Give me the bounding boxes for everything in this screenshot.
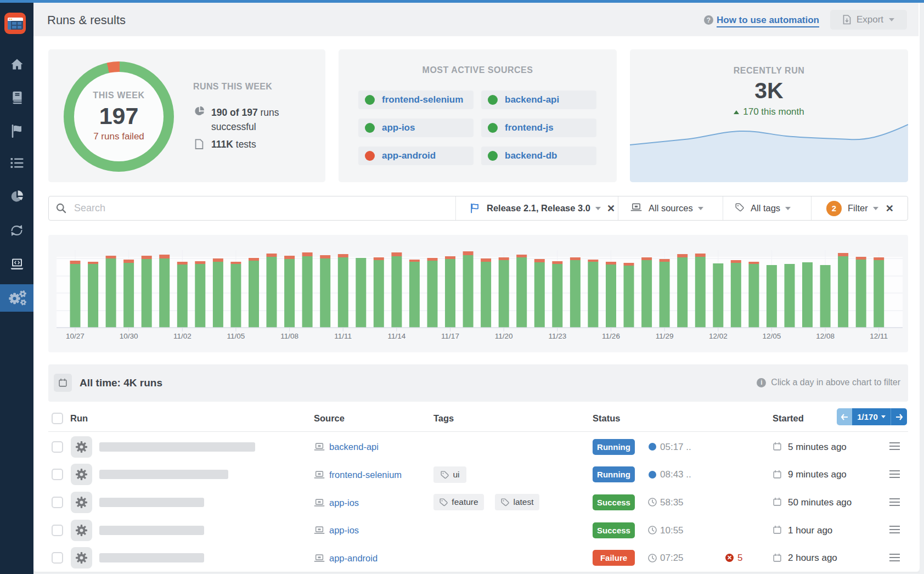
svg-text:11/11: 11/11 [334,332,352,340]
svg-text:11/29: 11/29 [656,332,674,340]
svg-text:12/11: 12/11 [870,332,888,340]
svg-text:10/27: 10/27 [66,332,84,340]
svg-text:12/05: 12/05 [763,332,781,340]
svg-text:11/23: 11/23 [548,332,566,340]
svg-text:11/08: 11/08 [280,332,298,340]
svg-text:11/26: 11/26 [602,332,620,340]
svg-text:11/20: 11/20 [495,332,513,340]
svg-text:11/17: 11/17 [441,332,459,340]
svg-text:12/02: 12/02 [709,332,728,340]
svg-text:11/14: 11/14 [388,332,406,340]
svg-text:12/08: 12/08 [816,332,835,340]
svg-text:10/30: 10/30 [120,332,138,340]
svg-text:11/05: 11/05 [227,332,245,340]
svg-text:11/02: 11/02 [173,332,191,340]
